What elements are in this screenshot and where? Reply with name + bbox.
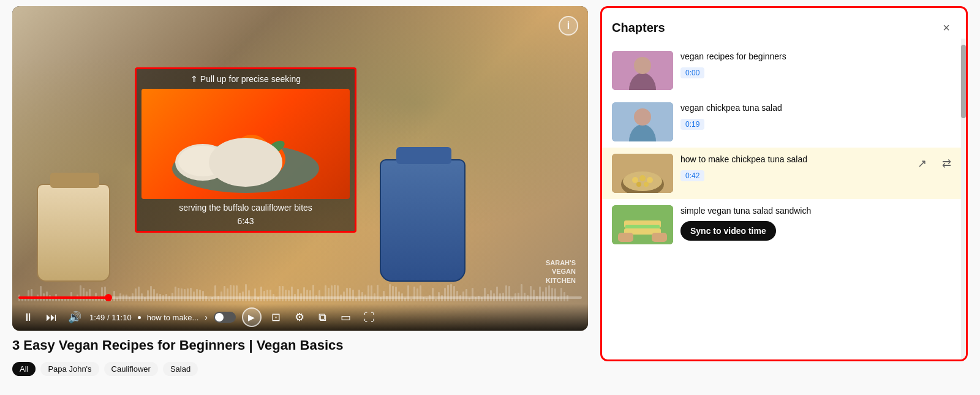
time-display: 1:49 / 11:10 — [89, 313, 132, 322]
info-button[interactable]: i — [559, 16, 578, 36]
play-circle-button[interactable]: ▶ — [242, 307, 262, 327]
chapter-timestamp-3[interactable]: 0:42 — [680, 170, 704, 181]
chapter-title-3: how to make chickpea tuna salad — [680, 154, 905, 166]
pause-button[interactable]: ⏸ — [20, 309, 37, 326]
video-title: 3 Easy Vegan Recipes for Beginners | Veg… — [12, 337, 588, 355]
miniplayer-button[interactable]: ⧉ — [314, 309, 331, 326]
progress-area[interactable] — [12, 292, 588, 304]
chapter-item-1[interactable]: vegan recipes for beginners 0:00 — [602, 45, 966, 96]
video-player[interactable]: ⇑ Pull up for precise seeking — [12, 6, 588, 331]
svg-point-2 — [178, 146, 227, 176]
channel-watermark: SARAH'S VEGAN KITCHEN — [546, 258, 576, 285]
chapter-expand-arrow[interactable]: › — [205, 312, 208, 322]
chapter-thumb-4-svg — [612, 205, 673, 244]
loop-chapter-button[interactable]: ⇄ — [937, 154, 956, 173]
chapter-info-1: vegan recipes for beginners 0:00 — [680, 51, 956, 78]
main-layout: ⇑ Pull up for precise seeking — [12, 6, 968, 376]
chapter-info-4: simple vegan tuna salad sandwich Sync to… — [680, 205, 956, 241]
svg-point-18 — [647, 177, 653, 183]
chapter-info-2: vegan chickpea tuna salad 0:19 — [680, 102, 956, 130]
video-background: ⇑ Pull up for precise seeking — [12, 6, 588, 331]
chapter-thumb-3 — [612, 154, 673, 193]
chapter-title-4: simple vegan tuna salad sandwich — [680, 205, 956, 217]
chapter-item-2[interactable]: vegan chickpea tuna salad 0:19 — [602, 96, 966, 148]
subtitles-button[interactable]: ⊡ — [268, 309, 285, 326]
chapter-timestamp-2[interactable]: 0:19 — [680, 119, 704, 130]
progress-thumb[interactable] — [105, 294, 112, 301]
sync-to-video-button[interactable]: Sync to video time — [680, 221, 776, 241]
chapter-thumb-2 — [612, 102, 673, 141]
tags-row: All Papa John's Cauliflower Salad — [12, 362, 588, 376]
chapter-actions-3: ↗ ⇄ — [912, 154, 956, 173]
autoplay-toggle[interactable] — [214, 312, 236, 323]
seek-preview-popup: ⇑ Pull up for precise seeking — [135, 67, 356, 233]
jar-left-decoration — [37, 184, 110, 282]
svg-rect-26 — [652, 233, 667, 242]
svg-point-19 — [636, 182, 641, 187]
chapter-thumb-2-svg — [612, 102, 673, 141]
volume-button[interactable]: 🔊 — [66, 309, 83, 326]
chapter-item-4[interactable]: simple vegan tuna salad sandwich Sync to… — [602, 199, 966, 250]
chapter-thumb-4 — [612, 205, 673, 244]
pull-up-hint: ⇑ Pull up for precise seeking — [141, 74, 350, 84]
chapters-scrollbar-thumb[interactable] — [961, 45, 966, 118]
tag-salad[interactable]: Salad — [163, 362, 198, 376]
chapters-header: Chapters × — [602, 8, 966, 45]
progress-track[interactable] — [18, 296, 582, 299]
tag-all[interactable]: All — [12, 362, 36, 376]
seek-preview-svg — [141, 89, 350, 199]
svg-point-5 — [233, 150, 258, 175]
progress-fill — [18, 296, 108, 299]
seek-caption: serving the buffalo cauliflower bites — [141, 203, 350, 213]
video-container: ⇑ Pull up for precise seeking — [12, 6, 588, 376]
chapter-info-3: how to make chickpea tuna salad 0:42 — [680, 154, 905, 181]
tag-cauliflower[interactable]: Cauliflower — [104, 362, 158, 376]
seek-caption-time: 6:43 — [141, 216, 350, 226]
settings-button[interactable]: ⚙ — [291, 309, 308, 326]
controls-bar: ⏸ ⏭ 🔊 1:49 / 11:10 how to make... › ▶ ⊡ … — [12, 304, 588, 331]
chapter-timestamp-1[interactable]: 0:00 — [680, 67, 704, 78]
chapter-name-display: how to make... — [147, 313, 199, 322]
fullscreen-button[interactable]: ⛶ — [361, 309, 378, 326]
svg-point-3 — [233, 135, 270, 171]
svg-point-12 — [634, 108, 651, 126]
chapter-thumb-1-svg — [612, 51, 673, 90]
chapter-title-2: vegan chickpea tuna salad — [680, 102, 956, 115]
chapter-separator-dot — [138, 316, 141, 319]
svg-rect-25 — [618, 233, 633, 242]
svg-point-20 — [644, 182, 649, 187]
seek-preview-image — [141, 89, 350, 199]
svg-point-16 — [632, 177, 638, 183]
theater-button[interactable]: ▭ — [337, 309, 355, 326]
jar-right-decoration — [380, 159, 466, 282]
next-button[interactable]: ⏭ — [43, 309, 60, 326]
chapters-close-button[interactable]: × — [937, 18, 956, 37]
chapters-panel: Chapters × vegan recipes for beginners 0… — [600, 6, 968, 361]
chapter-thumb-1 — [612, 51, 673, 90]
chapter-thumb-3-svg — [612, 154, 673, 193]
share-chapter-button[interactable]: ↗ — [912, 154, 932, 173]
chapters-title: Chapters — [612, 21, 665, 35]
svg-point-17 — [639, 175, 646, 181]
svg-point-9 — [634, 57, 651, 74]
chapter-title-1: vegan recipes for beginners — [680, 51, 956, 63]
tag-papajohns[interactable]: Papa John's — [40, 362, 99, 376]
chapters-list[interactable]: vegan recipes for beginners 0:00 vegan c… — [602, 45, 966, 359]
chapter-item-3[interactable]: how to make chickpea tuna salad 0:42 ↗ ⇄ — [602, 148, 966, 199]
chapters-scrollbar[interactable] — [961, 39, 966, 359]
